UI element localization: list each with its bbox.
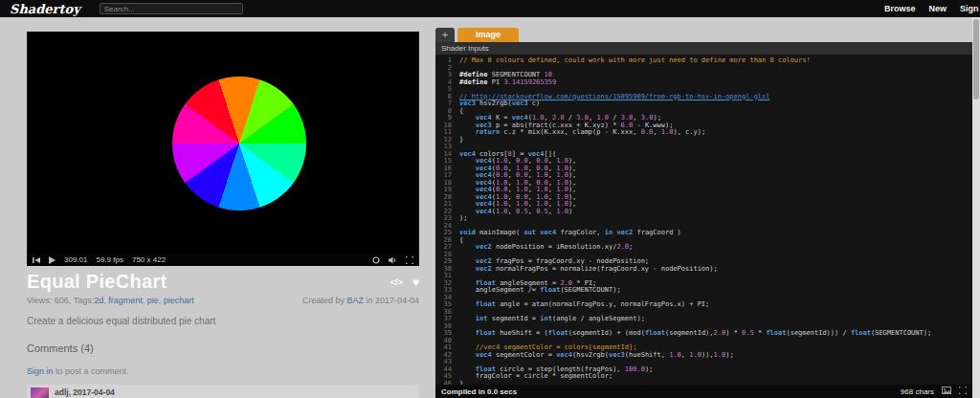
record-icon[interactable] bbox=[372, 256, 380, 264]
play-icon[interactable] bbox=[49, 256, 56, 264]
like-heart-icon[interactable]: ♥ bbox=[412, 276, 419, 289]
tag-list: 2d, fragment, pie, piechart bbox=[94, 296, 194, 305]
tag-link[interactable]: piechart bbox=[164, 296, 194, 305]
search-input[interactable] bbox=[100, 3, 243, 14]
views-label: Views: 606, Tags: bbox=[27, 296, 94, 305]
tag-link[interactable]: pie bbox=[147, 296, 159, 305]
player-time: 309.01 bbox=[64, 255, 87, 264]
tag-link[interactable]: fragment bbox=[108, 296, 143, 305]
top-nav: Browse New Sign in bbox=[884, 0, 980, 17]
comment-list: adlj, 2017-04-04 float SEGMENTCOUNT=iGlo… bbox=[27, 385, 419, 398]
editor-tabs: + Image bbox=[435, 27, 972, 42]
export-icon[interactable] bbox=[942, 387, 951, 396]
volume-icon[interactable] bbox=[389, 256, 397, 264]
line-numbers: 1234567891011121314151617181920212223242… bbox=[435, 55, 455, 385]
embed-icon[interactable]: </> bbox=[390, 277, 403, 287]
page-scrollbar[interactable] bbox=[972, 17, 980, 398]
comments-header: Comments (4) bbox=[27, 343, 419, 354]
shadertoy-logo[interactable]: Shadertoy bbox=[10, 2, 80, 16]
compile-status: Compiled in 0.0 secs bbox=[441, 387, 517, 396]
signin-note: Sign in to post a comment. bbox=[27, 366, 419, 376]
comment-author[interactable]: adlj, 2017-04-04 bbox=[55, 387, 300, 397]
nav-browse[interactable]: Browse bbox=[884, 4, 916, 13]
scrollbar-thumb[interactable] bbox=[973, 19, 979, 100]
nav-signin[interactable]: Sign in bbox=[960, 4, 980, 13]
player-fps: 59.9 fps bbox=[96, 255, 122, 264]
top-bar: Shadertoy Browse New Sign in bbox=[0, 0, 980, 17]
expand-editor-icon[interactable] bbox=[959, 387, 967, 396]
add-tab-button[interactable]: + bbox=[435, 28, 455, 42]
pie-chart bbox=[172, 77, 306, 210]
created-info: Created by BAZ in 2017-04-04 bbox=[302, 296, 419, 305]
tag-link[interactable]: 2d bbox=[94, 296, 103, 305]
player-resolution: 750 x 422 bbox=[132, 255, 166, 264]
comment-avatar[interactable] bbox=[31, 387, 49, 398]
editor-status-bar: Compiled in 0.0 secs 968 chars bbox=[435, 385, 972, 398]
signin-link[interactable]: Sign in bbox=[27, 366, 54, 376]
shader-panel: 309.01 59.9 fps 750 x 422 Equal PieChart… bbox=[27, 32, 419, 398]
code-editor-panel: + Image Shader Inputs 123456789101112131… bbox=[435, 27, 972, 398]
rewind-icon[interactable] bbox=[33, 256, 40, 264]
player-bar: 309.01 59.9 fps 750 x 422 bbox=[27, 254, 419, 266]
tab-image[interactable]: Image bbox=[457, 28, 519, 42]
code-area[interactable]: 1234567891011121314151617181920212223242… bbox=[435, 55, 972, 385]
author-link[interactable]: BAZ bbox=[346, 296, 364, 305]
shader-title: Equal PieChart bbox=[27, 271, 167, 293]
shader-canvas[interactable] bbox=[27, 32, 419, 254]
code-lines[interactable]: // Max 8 colours defined, could work wit… bbox=[455, 55, 972, 385]
shader-inputs-bar[interactable]: Shader Inputs bbox=[435, 42, 972, 55]
fullscreen-icon[interactable] bbox=[406, 256, 413, 264]
comment-item: adlj, 2017-04-04 float SEGMENTCOUNT=iGlo… bbox=[27, 385, 419, 398]
char-count: 968 chars bbox=[901, 387, 934, 396]
shader-meta: Views: 606, Tags: 2d, fragment, pie, pie… bbox=[27, 296, 419, 305]
shader-description: Create a delicious equal distributed pie… bbox=[27, 316, 419, 326]
nav-new[interactable]: New bbox=[929, 4, 947, 13]
